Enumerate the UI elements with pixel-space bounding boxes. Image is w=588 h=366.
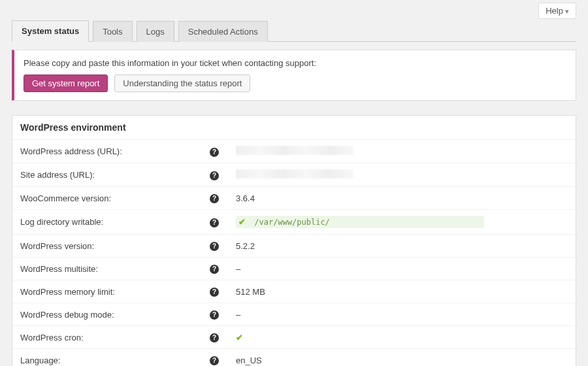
help-icon[interactable]: ? xyxy=(210,171,219,180)
panel-title: WordPress environment xyxy=(12,116,576,140)
notice-text: Please copy and paste this information i… xyxy=(24,58,566,68)
row-label: Site address (URL): xyxy=(12,163,202,187)
help-icon[interactable]: ? xyxy=(210,310,219,320)
row-value: – xyxy=(228,303,576,326)
table-row: WooCommerce version: ? 3.6.4 xyxy=(12,187,576,210)
row-label: WordPress address (URL): xyxy=(12,140,202,163)
table-row: WordPress debug mode: ? – xyxy=(12,303,576,326)
redacted-value xyxy=(236,146,353,155)
row-value: ✔ xyxy=(228,326,576,349)
tab-scheduled-actions[interactable]: Scheduled Actions xyxy=(178,21,268,42)
table-row: Site address (URL): ? xyxy=(12,163,576,187)
row-value: 3.6.4 xyxy=(228,187,576,210)
get-system-report-button[interactable]: Get system report xyxy=(24,75,108,92)
check-icon: ✔ xyxy=(238,217,246,227)
help-icon[interactable]: ? xyxy=(210,265,219,274)
table-row: WordPress address (URL): ? xyxy=(12,140,576,163)
row-value: en_US xyxy=(228,349,576,367)
table-row: WordPress cron: ? ✔ xyxy=(12,326,576,349)
row-label: Log directory writable: xyxy=(12,210,202,235)
log-path: /var/www/public/ xyxy=(250,216,334,228)
row-label: WooCommerce version: xyxy=(12,187,202,210)
wordpress-environment-panel: WordPress environment WordPress address … xyxy=(12,115,576,366)
table-row: WordPress multisite: ? – xyxy=(12,258,576,280)
help-icon[interactable]: ? xyxy=(210,333,219,342)
row-label: WordPress multisite: xyxy=(12,258,202,280)
tab-tools[interactable]: Tools xyxy=(93,21,132,42)
help-icon[interactable]: ? xyxy=(210,242,219,251)
understanding-report-button[interactable]: Understanding the status report xyxy=(114,75,250,92)
status-table: WordPress address (URL): ? Site address … xyxy=(12,140,576,366)
help-icon[interactable]: ? xyxy=(210,288,219,297)
row-value: ✔ /var/www/public/ xyxy=(228,210,576,235)
row-value xyxy=(228,163,576,187)
row-label: WordPress version: xyxy=(12,235,202,258)
help-icon[interactable]: ? xyxy=(210,356,219,365)
row-label: WordPress memory limit: xyxy=(12,280,202,303)
table-row: Log directory writable: ? ✔ /var/www/pub… xyxy=(12,210,576,235)
redacted-value xyxy=(236,169,353,178)
tab-system-status[interactable]: System status xyxy=(12,20,89,42)
help-icon[interactable]: ? xyxy=(210,148,219,157)
help-icon[interactable]: ? xyxy=(210,218,219,227)
table-row: WordPress memory limit: ? 512 MB xyxy=(12,280,576,303)
check-icon: ✔ xyxy=(236,333,243,342)
row-label: WordPress cron: xyxy=(12,326,202,349)
help-dropdown[interactable]: Help xyxy=(538,3,576,19)
row-label: WordPress debug mode: xyxy=(12,303,202,326)
row-value xyxy=(228,140,576,163)
tab-bar: System status Tools Logs Scheduled Actio… xyxy=(12,20,576,42)
table-row: WordPress version: ? 5.2.2 xyxy=(12,235,576,258)
table-row: Language: ? en_US xyxy=(12,349,576,367)
row-value: 512 MB xyxy=(228,280,576,303)
row-value: 5.2.2 xyxy=(228,235,576,258)
tab-logs[interactable]: Logs xyxy=(137,21,174,42)
help-icon[interactable]: ? xyxy=(210,194,219,203)
row-value: – xyxy=(228,258,576,280)
support-notice: Please copy and paste this information i… xyxy=(12,50,576,101)
row-label: Language: xyxy=(12,349,202,367)
